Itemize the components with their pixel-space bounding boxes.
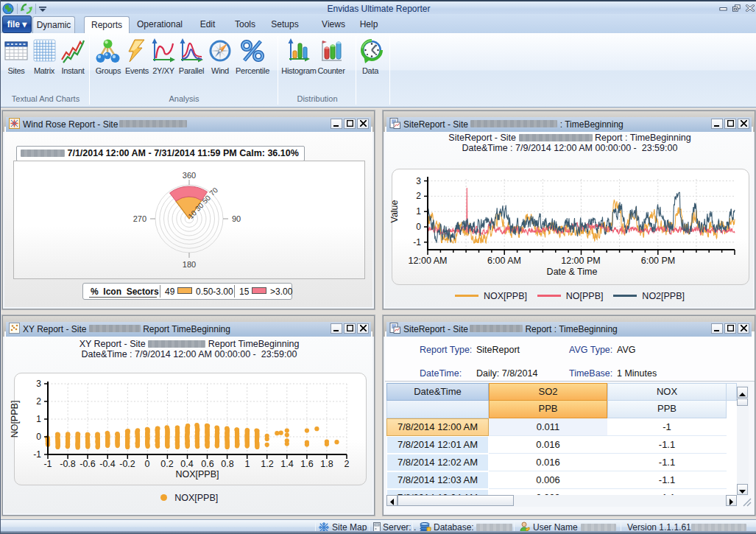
svg-text:1: 1 — [416, 206, 421, 217]
svg-text:2: 2 — [36, 396, 41, 407]
svg-text:12:00 AM: 12:00 AM — [409, 256, 448, 266]
svg-text:1.2: 1.2 — [261, 459, 273, 469]
svg-text:0: 0 — [36, 432, 41, 442]
svg-text:1.4: 1.4 — [280, 459, 293, 469]
svg-text:12:00 PM: 12:00 PM — [561, 256, 601, 266]
svg-text:6:00 AM: 6:00 AM — [487, 256, 521, 266]
svg-text:NO[PPB]: NO[PPB] — [10, 401, 20, 438]
svg-text:0.8: 0.8 — [221, 459, 233, 469]
svg-text:1.6: 1.6 — [300, 459, 313, 469]
svg-text:-0.8: -0.8 — [60, 459, 76, 469]
svg-text:2: 2 — [416, 191, 421, 201]
svg-text:1.8: 1.8 — [320, 459, 333, 469]
svg-text:1: 1 — [245, 459, 250, 469]
svg-text:1: 1 — [36, 414, 41, 424]
svg-text:0: 0 — [416, 222, 421, 232]
svg-text:-1: -1 — [413, 237, 421, 247]
svg-text:NOX[PPB]: NOX[PPB] — [175, 469, 219, 479]
svg-text:0: 0 — [145, 459, 150, 469]
svg-text:-0.4: -0.4 — [99, 459, 116, 469]
svg-text:0.4: 0.4 — [180, 459, 193, 469]
svg-text:-1: -1 — [33, 449, 41, 460]
svg-text:Date & Time: Date & Time — [547, 267, 598, 277]
svg-text:0.6: 0.6 — [201, 459, 213, 469]
svg-text:270: 270 — [133, 214, 146, 223]
svg-text:3: 3 — [416, 176, 421, 186]
svg-text:90: 90 — [232, 214, 241, 223]
svg-text:-0.6: -0.6 — [80, 459, 96, 469]
svg-text:0.2: 0.2 — [160, 459, 173, 469]
svg-text:2: 2 — [345, 459, 350, 469]
svg-text:-0.2: -0.2 — [119, 459, 135, 469]
svg-text:70: 70 — [208, 186, 219, 197]
svg-text:-1: -1 — [43, 459, 52, 469]
svg-text:360: 360 — [183, 171, 196, 180]
svg-text:6:00 PM: 6:00 PM — [641, 256, 676, 266]
svg-text:3: 3 — [36, 379, 41, 389]
svg-text:Value: Value — [389, 200, 400, 222]
svg-text:180: 180 — [183, 260, 196, 269]
